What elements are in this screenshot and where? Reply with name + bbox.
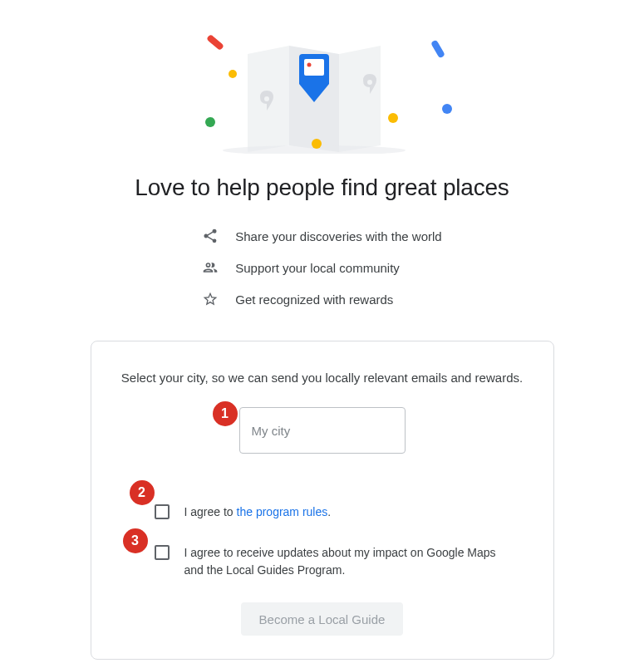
svg-point-8 — [205, 117, 215, 127]
benefit-text: Support your local community — [235, 261, 400, 275]
annotation-marker-3: 3 — [123, 528, 148, 553]
agree-updates-label: I agree to receive updates about my impa… — [184, 544, 515, 579]
annotation-marker-1: 1 — [213, 401, 238, 426]
svg-rect-14 — [430, 39, 445, 58]
svg-point-5 — [367, 80, 372, 85]
agree-updates-checkbox[interactable] — [155, 545, 170, 560]
svg-rect-13 — [206, 34, 224, 51]
agree-rules-checkbox[interactable] — [155, 504, 170, 519]
agree-rules-row: I agree to the program rules. — [121, 503, 524, 521]
people-icon — [202, 259, 219, 276]
benefit-text: Get recognized with rewards — [235, 292, 393, 307]
agree-prefix: I agree to — [184, 505, 237, 518]
become-local-guide-button[interactable]: Become a Local Guide — [241, 602, 404, 636]
benefit-item: Get recognized with rewards — [202, 291, 441, 307]
star-icon — [202, 291, 219, 307]
svg-point-10 — [388, 113, 398, 123]
svg-point-9 — [312, 139, 322, 149]
annotation-marker-2: 2 — [130, 480, 155, 505]
benefit-item: Support your local community — [202, 259, 441, 276]
card-prompt: Select your city, so we can send you loc… — [121, 368, 524, 387]
benefits-list: Share your discoveries with the world Su… — [202, 228, 441, 307]
program-rules-link[interactable]: the program rules — [237, 505, 328, 518]
svg-point-4 — [264, 96, 269, 101]
page-heading: Love to help people find great places — [135, 174, 509, 201]
signup-card: 1 2 3 Select your city, so we can send y… — [91, 341, 554, 660]
share-icon — [202, 228, 219, 244]
svg-point-11 — [442, 104, 452, 114]
svg-rect-6 — [304, 59, 324, 76]
city-input[interactable] — [239, 407, 406, 454]
agree-suffix: . — [327, 505, 331, 518]
agree-rules-label: I agree to the program rules. — [184, 503, 332, 521]
svg-point-12 — [229, 70, 237, 78]
agree-updates-row: I agree to receive updates about my impa… — [121, 544, 524, 579]
svg-marker-2 — [339, 46, 381, 152]
benefit-text: Share your discoveries with the world — [235, 229, 441, 243]
benefit-item: Share your discoveries with the world — [202, 228, 441, 244]
hero-illustration — [173, 21, 472, 154]
svg-point-7 — [307, 63, 311, 67]
